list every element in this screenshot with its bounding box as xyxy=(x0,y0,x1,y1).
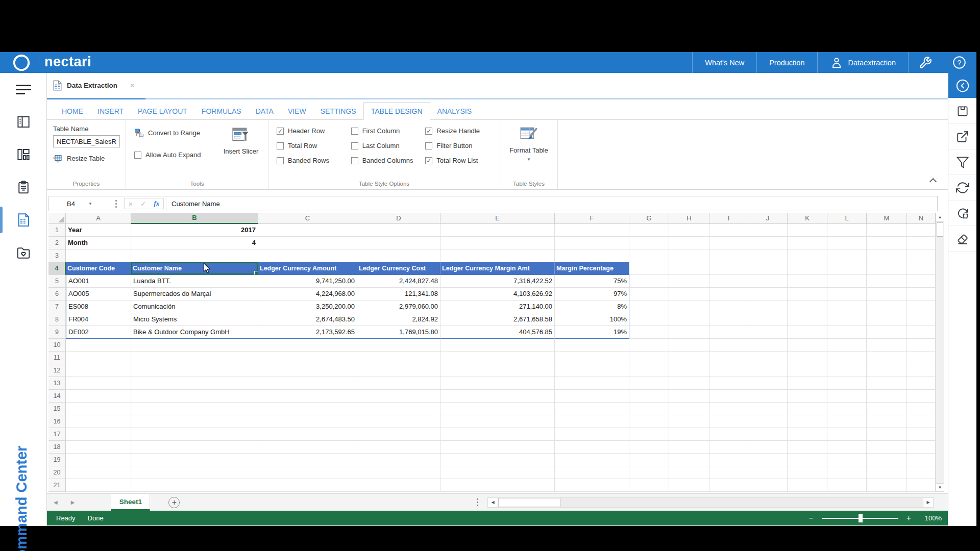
row-header-3[interactable]: 3 xyxy=(48,249,66,262)
checkbox-filter-button[interactable]: Filter Button xyxy=(425,142,500,149)
cell-H8[interactable] xyxy=(669,313,709,326)
cell-H12[interactable] xyxy=(669,364,709,377)
cell-M5[interactable] xyxy=(867,275,907,288)
col-header-B[interactable]: B xyxy=(131,213,258,224)
cell-L9[interactable] xyxy=(827,326,867,339)
cell-J12[interactable] xyxy=(748,364,788,377)
tab-analysis[interactable]: ANALYSIS xyxy=(430,103,479,119)
cell-N1[interactable] xyxy=(907,224,936,237)
cell-F14[interactable] xyxy=(555,390,629,403)
cell-B9[interactable]: Bike & Outdoor Company GmbH xyxy=(131,326,258,339)
share-button[interactable] xyxy=(948,124,976,149)
cell-E9[interactable]: 404,576.85 xyxy=(440,326,555,339)
row-header-12[interactable]: 12 xyxy=(48,364,66,377)
cell-L21[interactable] xyxy=(827,479,867,492)
user-menu-button[interactable]: Dataextraction xyxy=(818,52,909,73)
cell-J1[interactable] xyxy=(748,224,788,237)
cell-K14[interactable] xyxy=(788,390,827,403)
cell-L3[interactable] xyxy=(827,249,867,262)
row-header-20[interactable]: 20 xyxy=(48,466,66,479)
col-header-K[interactable]: K xyxy=(788,213,827,224)
whats-new-button[interactable]: What's New xyxy=(693,52,756,73)
cell-B21[interactable] xyxy=(131,479,258,492)
cell-J2[interactable] xyxy=(748,237,788,249)
cell-J11[interactable] xyxy=(748,352,788,364)
cell-D20[interactable] xyxy=(357,466,440,479)
cell-F17[interactable] xyxy=(555,428,629,441)
cell-J13[interactable] xyxy=(748,377,788,390)
name-box[interactable]: B4 ▼ xyxy=(49,196,110,211)
formula-input[interactable]: Customer Name xyxy=(166,196,937,211)
cell-G11[interactable] xyxy=(629,352,669,364)
cell-N10[interactable] xyxy=(907,339,936,352)
cell-F16[interactable] xyxy=(555,415,629,428)
cell-A20[interactable] xyxy=(66,466,131,479)
cell-E18[interactable] xyxy=(440,441,555,454)
cell-K15[interactable] xyxy=(788,403,827,415)
cell-F19[interactable] xyxy=(555,454,629,466)
cell-G10[interactable] xyxy=(629,339,669,352)
cell-A12[interactable] xyxy=(66,364,131,377)
cell-C14[interactable] xyxy=(258,390,357,403)
cell-A14[interactable] xyxy=(66,390,131,403)
cell-N16[interactable] xyxy=(907,415,936,428)
cell-C2[interactable] xyxy=(258,237,357,249)
cell-G2[interactable] xyxy=(629,237,669,249)
cell-C17[interactable] xyxy=(258,428,357,441)
checkbox-banded-rows[interactable]: Banded Rows xyxy=(277,157,351,164)
cell-B11[interactable] xyxy=(131,352,258,364)
cell-I1[interactable] xyxy=(709,224,748,237)
cell-M16[interactable] xyxy=(867,415,907,428)
cell-A19[interactable] xyxy=(66,454,131,466)
cell-K19[interactable] xyxy=(788,454,827,466)
table-name-input[interactable] xyxy=(53,135,120,147)
cell-C18[interactable] xyxy=(258,441,357,454)
cell-J17[interactable] xyxy=(748,428,788,441)
cell-H2[interactable] xyxy=(669,237,709,249)
cell-N7[interactable] xyxy=(907,300,936,313)
cell-E10[interactable] xyxy=(440,339,555,352)
cell-D9[interactable]: 1,769,015.80 xyxy=(357,326,440,339)
cell-G12[interactable] xyxy=(629,364,669,377)
next-sheet-button[interactable]: ▶ xyxy=(64,499,82,505)
scroll-down-button[interactable]: ▼ xyxy=(936,483,944,491)
cell-G1[interactable] xyxy=(629,224,669,237)
cell-K12[interactable] xyxy=(788,364,827,377)
cell-D21[interactable] xyxy=(357,479,440,492)
col-header-D[interactable]: D xyxy=(357,213,440,224)
tab-table-design[interactable]: TABLE DESIGN xyxy=(363,102,430,120)
col-header-L[interactable]: L xyxy=(827,213,867,224)
cell-D16[interactable] xyxy=(357,415,440,428)
cell-A8[interactable]: FR004 xyxy=(66,313,131,326)
refresh-button[interactable] xyxy=(948,175,976,201)
row-header-4[interactable]: 4 xyxy=(48,262,66,275)
col-header-M[interactable]: M xyxy=(867,213,907,224)
cell-C20[interactable] xyxy=(258,466,357,479)
zoom-out-button[interactable]: − xyxy=(808,514,813,522)
cell-C6[interactable]: 4,224,968.00 xyxy=(258,288,357,300)
cell-M13[interactable] xyxy=(867,377,907,390)
checkbox-header-row[interactable]: ✓Header Row xyxy=(277,127,351,135)
cell-G7[interactable] xyxy=(629,300,669,313)
cell-N2[interactable] xyxy=(907,237,936,249)
col-header-A[interactable]: A xyxy=(66,213,131,224)
row-header-18[interactable]: 18 xyxy=(48,441,66,454)
cell-C1[interactable] xyxy=(258,224,357,237)
cell-H10[interactable] xyxy=(669,339,709,352)
horizontal-scrollbar[interactable]: ◀ ▶ xyxy=(487,497,934,508)
cell-M21[interactable] xyxy=(867,479,907,492)
cell-I16[interactable] xyxy=(709,415,748,428)
cell-K9[interactable] xyxy=(788,326,827,339)
cell-M18[interactable] xyxy=(867,441,907,454)
cell-F12[interactable] xyxy=(555,364,629,377)
cell-K21[interactable] xyxy=(788,479,827,492)
tab-insert[interactable]: INSERT xyxy=(90,103,131,119)
cell-B6[interactable]: Supermercados do Marçal xyxy=(131,288,258,300)
cell-E7[interactable]: 271,140.00 xyxy=(440,300,555,313)
cell-E3[interactable] xyxy=(440,249,555,262)
col-header-H[interactable]: H xyxy=(669,213,709,224)
cell-J8[interactable] xyxy=(748,313,788,326)
cell-E5[interactable]: 7,316,422.52 xyxy=(440,275,555,288)
checkbox-total-row-list[interactable]: ✓Total Row List xyxy=(425,157,500,164)
cell-N8[interactable] xyxy=(907,313,936,326)
